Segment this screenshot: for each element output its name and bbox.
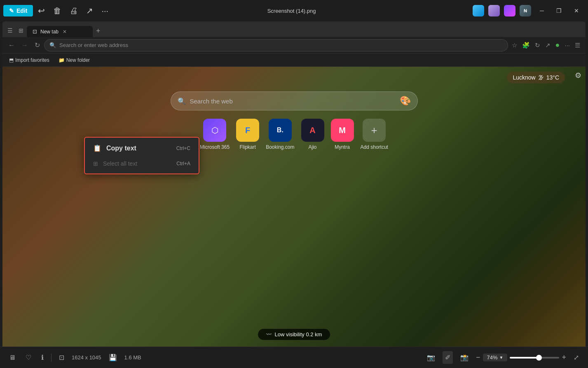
minimize-button[interactable]: ─ [534,4,550,17]
info-button[interactable]: ℹ [39,351,46,364]
import-favorites[interactable]: ⬒ Import favorites [7,56,52,64]
shortcut-booking[interactable]: B. Booking.com [266,119,294,150]
search-icon: 🔍 [49,42,56,48]
folder-label: New folder [66,57,90,63]
shortcut-myntra[interactable]: M Myntra [331,119,354,150]
title-bar: ✎ Edit ↩ 🗑 🖨 ↗ ··· Screenshot (14).png N… [0,0,588,21]
close-button[interactable]: ✕ [568,4,585,17]
divider-1 [51,354,52,362]
zoom-out-button[interactable]: − [476,353,480,362]
weather-icon: 🌫 [538,74,544,81]
shortcut-label-booking: Booking.com [266,144,294,150]
shortcut-microsoft365[interactable]: ⬡ Microsoft 365 [200,119,230,150]
shortcut-label-flipkart: Flipkart [239,144,255,150]
tab-close-button[interactable]: ✕ [62,29,68,35]
shortcut-ajio[interactable]: A Ajio [301,119,324,150]
search-box[interactable]: 🔍 🎨 [171,91,418,110]
app-icon-1 [473,5,484,16]
back-button[interactable]: ← [6,39,17,52]
new-folder[interactable]: 📁 New folder [56,56,92,64]
sidebar-button[interactable]: ☰ [573,40,582,51]
undo-button[interactable]: ↩ [35,2,48,19]
edit-mode-button[interactable]: ✐ [443,351,453,364]
page-settings-button[interactable]: ⚙ [575,71,581,80]
shortcut-flipkart[interactable]: F Flipkart [236,119,259,150]
shortcut-label-add: Add shortcut [361,144,388,150]
forward-button[interactable]: → [19,39,30,52]
app-icon-3 [504,5,515,16]
app-icon-2 [488,5,500,16]
delete-button[interactable]: 🗑 [50,3,65,19]
shortcuts-row: ⬡ Microsoft 365 F Flipkart B. Booking [200,119,388,150]
print-button[interactable]: 🖨 [66,3,81,19]
profile-button[interactable]: ● [553,39,562,52]
zoom-label[interactable]: 74% ▼ [483,354,508,361]
copy-icon: 📋 [93,144,101,152]
weather-widget: Lucknow 🌫 13°C [507,72,565,83]
visibility-notification: 〰 Low visibility 0.2 km [258,329,330,340]
settings-dots-button[interactable]: ··· [562,40,572,51]
shortcut-label-microsoft365: Microsoft 365 [200,144,230,150]
image-size-button[interactable]: ⊡ [56,351,67,364]
copilot-icon: 🎨 [400,96,411,106]
share-button[interactable]: ↗ [83,2,96,19]
file-size: 1.6 MB [124,354,141,361]
browser-window: ☰ ⊞ ⊡ New tab ✕ + ← → ↻ 🔍 Search or ente… [2,21,586,347]
tab-page-icon: ⊡ [33,28,37,35]
zoom-in-button[interactable]: + [562,353,566,362]
import-icon: ⬒ [9,57,14,63]
shortcut-icon-myntra: M [331,119,354,142]
camera-button[interactable]: 📸 [458,351,471,364]
new-tab-button[interactable]: + [94,26,103,36]
context-menu: 📋 Copy text Ctrl+C ⊞ Select all text Ctr… [84,137,199,174]
weather-temp: 13°C [546,74,559,81]
edit-icon: ✎ [9,7,14,14]
more-button[interactable]: ··· [98,3,112,19]
tab-label: New tab [40,29,59,35]
address-text: Search or enter web address [59,42,128,48]
select-all-item-left: ⊞ Select all text [93,160,137,167]
window-title: Screenshot (14).png [113,8,470,14]
app-icon-4: N [520,5,531,16]
search-input[interactable] [190,98,396,105]
select-all-icon: ⊞ [93,160,98,167]
extensions-button[interactable]: 🧩 [520,40,532,51]
browser-toolbar: ← → ↻ 🔍 Search or enter web address ☆ 🧩 … [2,37,586,54]
select-all-label: Select all text [103,160,137,167]
refresh-button[interactable]: ↻ [32,39,42,52]
context-menu-select-all[interactable]: ⊞ Select all text Ctrl+A [85,156,199,171]
folder-icon: 📁 [59,57,65,63]
copy-text-shortcut: Ctrl+C [176,145,190,151]
sidebar-toggle-button[interactable]: ☰ [5,26,15,35]
window-controls: ─ ❐ ✕ [534,4,585,17]
heart-button[interactable]: ♡ [23,351,34,364]
copy-text-item-left: 📋 Copy text [93,144,136,152]
copy-text-label: Copy text [106,145,136,152]
save-button[interactable]: 💾 [106,351,119,364]
zoom-value: 74% [487,354,498,361]
bookmark-button[interactable]: ☆ [510,40,519,51]
add-shortcut[interactable]: + Add shortcut [361,119,388,150]
edit-label: Edit [16,7,27,14]
weather-city: Lucknow [513,74,535,81]
fullscreen-button[interactable]: ⤢ [571,351,581,364]
shortcut-icon-flipkart: F [236,119,259,142]
select-all-shortcut: Ctrl+A [176,161,190,166]
tab-prev-button[interactable]: ⊞ [16,26,26,35]
tab-new-tab[interactable]: ⊡ New tab ✕ [27,26,93,37]
status-bar: 🖥 ♡ ℹ ⊡ 1624 x 1045 💾 1.6 MB 📷 ✐ 📸 − 74%… [0,347,588,368]
monitor-button[interactable]: 🖥 [7,352,18,364]
context-menu-copy-text[interactable]: 📋 Copy text Ctrl+C [85,140,199,156]
share-toolbar-button[interactable]: ↗ [543,40,553,51]
shortcut-label-myntra: Myntra [335,144,350,150]
edit-button[interactable]: ✎ Edit [3,5,33,16]
address-bar[interactable]: 🔍 Search or enter web address [44,39,508,52]
notification-text: Low visibility 0.2 km [275,331,322,338]
zoom-slider[interactable] [510,357,559,359]
import-label: Import favorites [15,57,49,63]
restore-button[interactable]: ❐ [551,4,567,17]
shortcut-icon-booking: B. [269,119,292,142]
refresh-toolbar-button[interactable]: ↻ [533,40,542,51]
capture-button[interactable]: 📷 [424,351,438,364]
app-icons: N [471,5,532,16]
